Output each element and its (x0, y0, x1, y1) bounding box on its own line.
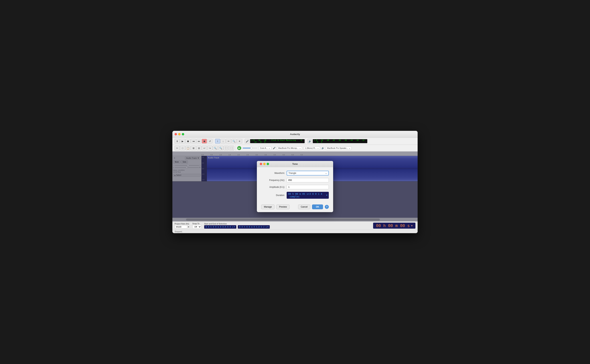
sel-start-chevron: ▼ (234, 226, 235, 228)
waveform-chevron-icon: ⌄ (325, 172, 327, 174)
envelope-tool[interactable]: ↕ (221, 139, 226, 143)
input-device-chevron: ⌄ (299, 147, 301, 149)
duration-value: 00 h 00 m 05 s+3 8 0 1 4 samples (288, 193, 325, 198)
toolbar-row2: ✂ □ 📋 ⊠ ⊞ ↩ ↪ 🔍 🔍 ⛶ ⛶ ▶ Core A... ⌄ 🎤 Ma… (172, 145, 418, 151)
selection-section: Start and End of Selection 0 0 h 0 0 m 0… (204, 223, 370, 229)
input-device-select[interactable]: MacBook Pro Microp... ⌄ (277, 146, 302, 150)
bottom-status-bar: Stopped. (172, 230, 418, 233)
output-icon: 🔊 (322, 147, 324, 149)
transport-controls: ⏸ ▶ ⏹ ⏮ ⏭ ⏺ ↺ (174, 138, 213, 144)
core-audio-chevron: ⌄ (268, 147, 270, 149)
title-bar: Audacity (172, 131, 418, 138)
status-bar: Project Rate (Hz) ▼ Snap-To Off Start an… (172, 221, 418, 230)
cut-button[interactable]: ✂ (174, 146, 180, 150)
snap-to-label: Snap-To (192, 223, 201, 225)
amplitude-label: Amplitude (0-1): (261, 186, 285, 188)
modal-traffic-lights (260, 163, 269, 165)
modal-minimize-button[interactable] (263, 163, 266, 165)
stop-button[interactable]: ⏹ (186, 139, 191, 143)
output-icon-btn[interactable]: 🔊 (307, 139, 312, 143)
window-title: Audacity (290, 133, 300, 136)
undo-button[interactable]: ↩ (202, 146, 207, 150)
paste-button[interactable]: 📋 (186, 146, 191, 150)
time-display-value: 00 h 00 m 00 s (376, 223, 410, 228)
channels-select[interactable]: 1 (Mono) R... ⌄ (303, 146, 320, 150)
amplitude-input[interactable] (287, 185, 329, 189)
maximize-button[interactable] (182, 133, 184, 135)
ok-button[interactable]: OK (312, 204, 323, 209)
record-button[interactable]: ⏺ (202, 139, 207, 143)
toolbar-row1: ⏸ ▶ ⏹ ⏮ ⏭ ⏺ ↺ I ↕ ✏ 🔍 ✳ 🎤 L R -54 -48 · … (172, 138, 418, 145)
mic-icon: 🎤 (273, 147, 275, 149)
close-button[interactable] (174, 133, 177, 135)
help-button[interactable]: ? (325, 205, 329, 209)
modal-title: Tone (292, 162, 298, 165)
modal-buttons: Manage Preview Cancel OK ? (257, 202, 333, 212)
channels-label: 1 (Mono) R... (305, 147, 316, 149)
snap-to-control: Off (192, 225, 201, 229)
waveform-row: Waveform: Triangle ⌄ (261, 171, 329, 176)
modal-close-button[interactable] (260, 163, 262, 165)
project-rate-input[interactable] (174, 225, 187, 228)
edit-tools: ✂ □ 📋 ⊠ ⊞ ↩ ↪ 🔍 🔍 ⛶ ⛶ (174, 145, 236, 151)
duration-display[interactable]: 00 h 00 m 05 s+3 8 0 1 4 samples ▼ (287, 192, 329, 199)
input-meter[interactable]: L R -54 -48 · Click to Start Monitoring … (250, 139, 305, 143)
channels-chevron: ⌄ (317, 147, 319, 149)
select-tool[interactable]: I (215, 139, 220, 143)
trim-button[interactable]: ⊠ (191, 146, 196, 150)
pause-button[interactable]: ⏸ (174, 139, 180, 143)
modal-maximize-button[interactable] (267, 163, 269, 165)
selection-end-value: 0 0 h 0 0 m 0 5.8 6 2 s (239, 226, 267, 228)
play-speed-button[interactable]: ▶ (237, 146, 241, 150)
manage-button[interactable]: Manage (261, 204, 275, 209)
frequency-input[interactable] (287, 178, 329, 182)
mic-button[interactable]: 🎤 (245, 139, 250, 143)
main-content: 0.0 0.5 1.0 1.5 2.0 2.5 3.0 3.5 4.0 4.5 … (172, 151, 418, 221)
copy-button[interactable]: □ (180, 146, 185, 150)
speed-slider[interactable] (243, 148, 257, 149)
zoom-fit-button[interactable]: ⛶ (224, 146, 229, 150)
selection-end-box[interactable]: 0 0 h 0 0 m 0 5.8 6 2 s ▼ (238, 225, 270, 229)
project-rate-chevron[interactable]: ▼ (188, 226, 189, 228)
multi-tool[interactable]: ✳ (237, 139, 242, 143)
redo-button[interactable]: ↪ (207, 146, 212, 150)
output-device-select[interactable]: MacBook Pro Speake... ⌄ (326, 146, 352, 150)
zoom-in-button[interactable]: 🔍 (218, 146, 223, 150)
silence-button[interactable]: ⊞ (196, 146, 201, 150)
draw-tool[interactable]: ✏ (226, 139, 231, 143)
zoom-in-tool[interactable]: 🔍 (231, 139, 236, 143)
zoom-out-button[interactable]: 🔍 (213, 146, 218, 150)
skip-end-button[interactable]: ⏭ (196, 139, 201, 143)
output-meter[interactable]: L R -54 -48 -42 -36 -30 -24 -18 -12 -6 0 (313, 139, 367, 143)
core-audio-label: Core A... (260, 147, 268, 149)
waveform-label: Waveform: (261, 172, 285, 174)
preview-button[interactable]: Preview (276, 204, 289, 209)
duration-row: Duration: 00 h 00 m 05 s+3 8 0 1 4 sampl… (261, 192, 329, 199)
snap-to-select[interactable]: Off (192, 225, 201, 229)
skip-start-button[interactable]: ⏮ (191, 139, 196, 143)
tool-controls: I ↕ ✏ 🔍 ✳ (214, 138, 243, 144)
frequency-label: Frequency (Hz): (261, 179, 285, 182)
time-display-large: 00 h 00 m 00 s ▼ (373, 223, 416, 229)
core-audio-select[interactable]: Core A... ⌄ (259, 146, 271, 150)
project-rate-control: ▼ (174, 225, 189, 228)
duration-label: Duration: (261, 194, 285, 196)
duration-chevron-icon: ▼ (326, 194, 327, 196)
modal-overlay[interactable]: Tone Waveform: Triangle ⌄ Frequency (Hz (172, 151, 418, 221)
selection-display: 0 0 h 0 0 m 0 0.0 0 0 s ▼ 0 0 h 0 0 m 0 … (204, 225, 370, 229)
input-meter-group: 🎤 L R -54 -48 · Click to Start Monitorin… (244, 138, 306, 144)
zoom-sel-button[interactable]: ⛶ (229, 146, 234, 150)
waveform-select[interactable]: Triangle ⌄ (287, 171, 329, 176)
output-meter-group: 🔊 L R -54 -48 -42 -36 -30 -24 -18 -12 -6… (307, 138, 368, 144)
minimize-button[interactable] (178, 133, 181, 135)
frequency-row: Frequency (Hz): (261, 178, 329, 182)
selection-label: Start and End of Selection (204, 223, 370, 225)
amplitude-row: Amplitude (0-1): (261, 185, 329, 189)
selection-start-box[interactable]: 0 0 h 0 0 m 0 0.0 0 0 s ▼ (204, 225, 236, 229)
modal-body: Waveform: Triangle ⌄ Frequency (Hz): Amp… (257, 167, 333, 202)
play-button[interactable]: ▶ (180, 139, 185, 143)
output-device-label: MacBook Pro Speake... (327, 147, 348, 149)
cancel-button[interactable]: Cancel (298, 204, 310, 209)
loop-button[interactable]: ↺ (207, 139, 212, 143)
input-device-label: MacBook Pro Microp... (278, 147, 298, 149)
